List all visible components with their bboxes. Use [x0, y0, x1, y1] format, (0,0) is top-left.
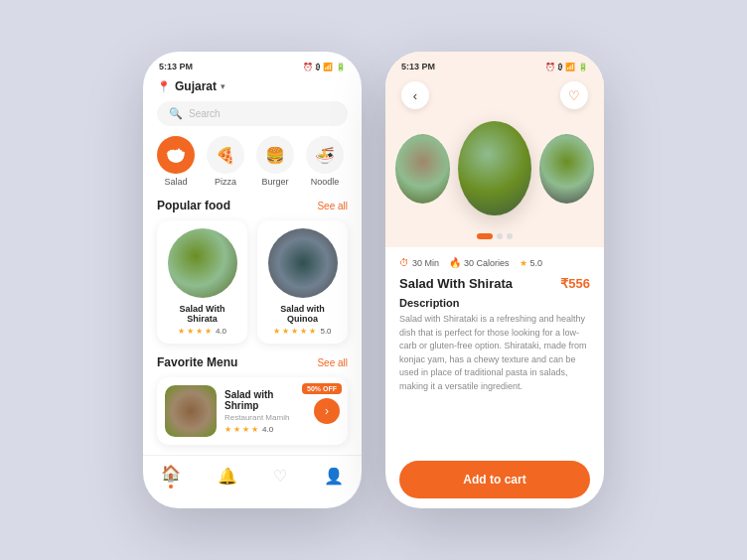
- shrimp-rating-num: 4.0: [262, 425, 273, 434]
- flame-icon: 🔥: [449, 257, 461, 268]
- dish-title-row: Salad With Shirata ₹556: [399, 276, 590, 291]
- add-to-cart-button[interactable]: Add to cart: [399, 461, 590, 498]
- left-time: 5:13 PM: [159, 62, 193, 71]
- category-noodle[interactable]: 🍜 Noodle: [306, 136, 344, 187]
- meta-row: ⏱ 30 Min 🔥 30 Calories ★ 5.0: [399, 257, 590, 268]
- quinoa-rating: ★ ★ ★ ★ ★ 5.0: [273, 327, 331, 336]
- time-label: 30 Min: [412, 258, 439, 268]
- noodle-emoji: 🍜: [315, 146, 335, 165]
- pizza-emoji: 🍕: [216, 146, 235, 165]
- burger-emoji: 🍔: [265, 146, 285, 165]
- sstar1: ★: [224, 425, 231, 434]
- food-images-row: [385, 117, 604, 227]
- calories-label: 30 Calories: [464, 258, 510, 268]
- category-pizza[interactable]: 🍕 Pizza: [207, 136, 244, 187]
- rating-meta: ★ 5.0: [520, 258, 543, 268]
- calories-meta: 🔥 30 Calories: [449, 257, 510, 268]
- shrimp-rating: ★ ★ ★ ★ 4.0: [224, 425, 306, 434]
- home-icon: 🏠: [161, 464, 181, 483]
- nav-home[interactable]: 🏠: [161, 464, 181, 489]
- bell-icon: 🔔: [218, 467, 237, 486]
- category-burger[interactable]: 🍔 Burger: [256, 136, 294, 187]
- shirata-rating: ★ ★ ★ ★ 4.0: [178, 327, 226, 336]
- pizza-icon-wrap: 🍕: [207, 136, 244, 174]
- dot-1: [477, 233, 493, 239]
- favorite-item-shrimp[interactable]: 50% OFF Salad with Shrimp Restaurant Mam…: [157, 377, 348, 445]
- salad-label: Salad: [164, 177, 187, 187]
- sstar2: ★: [233, 425, 240, 434]
- left-status-icons: ⏰₿📶🔋: [303, 63, 346, 71]
- burger-label: Burger: [261, 177, 288, 187]
- burger-icon-wrap: 🍔: [256, 136, 294, 174]
- qstar5: ★: [309, 327, 316, 336]
- salad-emoji: 🥗: [166, 146, 186, 165]
- main-bowl: [458, 121, 531, 215]
- search-bar[interactable]: 🔍 Search: [157, 101, 348, 126]
- quinoa-image: [268, 228, 338, 298]
- bottom-nav: 🏠 🔔 ♡ 👤: [143, 455, 362, 498]
- popular-card-quinoa[interactable]: Salad with Quinoa ★ ★ ★ ★ ★ 5.0: [257, 220, 348, 344]
- clock-icon: ⏱: [399, 257, 409, 268]
- popular-section-header: Popular food See all: [157, 199, 348, 212]
- nav-profile[interactable]: 👤: [324, 467, 344, 486]
- user-icon: 👤: [324, 467, 344, 486]
- back-button[interactable]: ‹: [401, 81, 429, 109]
- popular-grid: Salad With Shirata ★ ★ ★ ★ 4.0 Salad wit…: [157, 220, 348, 344]
- left-status-bar: 5:13 PM ⏰₿📶🔋: [143, 52, 362, 75]
- description-text: Salad with Shirataki is a refreshing and…: [399, 313, 590, 393]
- shrimp-restaurant: Restaurant Mamih: [224, 413, 306, 422]
- dot-indicators: [385, 227, 604, 247]
- star-icon: ★: [520, 258, 527, 268]
- search-placeholder: Search: [189, 108, 221, 119]
- fav-arrow-button[interactable]: ›: [314, 398, 340, 424]
- pizza-label: Pizza: [215, 177, 236, 187]
- nav-favorites[interactable]: ♡: [273, 467, 287, 486]
- favorite-section-header: Favorite Menu See all: [157, 355, 348, 369]
- category-salad[interactable]: 🥗 Salad: [157, 136, 195, 187]
- right-top-bar: ‹ ♡: [385, 75, 604, 117]
- popular-title: Popular food: [157, 199, 230, 212]
- quinoa-rating-num: 5.0: [320, 327, 331, 336]
- dot-2: [497, 233, 503, 239]
- back-icon: ‹: [413, 88, 417, 103]
- left-phone: 5:13 PM ⏰₿📶🔋 📍 Gujarat ▾ 🔍 Search: [143, 52, 362, 508]
- dot-3: [507, 233, 513, 239]
- popular-card-shirata[interactable]: Salad With Shirata ★ ★ ★ ★ 4.0: [157, 220, 247, 344]
- sstar4: ★: [251, 425, 258, 434]
- salad-icon-wrap: 🥗: [157, 136, 195, 174]
- heart-button[interactable]: ♡: [560, 81, 588, 109]
- shirata-rating-num: 4.0: [216, 327, 226, 336]
- right-body: ⏱ 30 Min 🔥 30 Calories ★ 5.0 Salad With …: [385, 247, 604, 451]
- qstar4: ★: [300, 327, 307, 336]
- favorite-title: Favorite Menu: [157, 355, 237, 369]
- chevron-down-icon: ▾: [221, 81, 225, 91]
- time-meta: ⏱ 30 Min: [399, 257, 439, 268]
- location-pin-icon: 📍: [157, 80, 171, 93]
- qstar2: ★: [282, 327, 289, 336]
- description-title: Description: [399, 297, 590, 309]
- side-bowl-1: [395, 134, 450, 204]
- right-status-bar: 5:13 PM ⏰₿📶🔋: [385, 52, 604, 75]
- quinoa-name: Salad with Quinoa: [265, 304, 340, 324]
- location-bar[interactable]: 📍 Gujarat ▾: [157, 75, 348, 101]
- location-label: Gujarat: [175, 79, 217, 93]
- noodle-label: Noodle: [311, 177, 340, 187]
- dish-price: ₹556: [560, 276, 590, 291]
- star4: ★: [205, 327, 212, 336]
- rating-label: 5.0: [530, 258, 543, 268]
- right-status-icons: ⏰₿📶🔋: [545, 63, 588, 71]
- dish-title: Salad With Shirata: [399, 276, 513, 291]
- search-icon: 🔍: [169, 107, 183, 120]
- active-dot: [169, 485, 173, 489]
- shrimp-info: Salad with Shrimp Restaurant Mamih ★ ★ ★…: [224, 389, 306, 434]
- qstar3: ★: [291, 327, 298, 336]
- popular-see-all[interactable]: See all: [317, 201, 348, 211]
- shrimp-image: [165, 385, 217, 437]
- star3: ★: [196, 327, 203, 336]
- nav-notifications[interactable]: 🔔: [218, 467, 237, 486]
- sstar3: ★: [242, 425, 249, 434]
- favorite-see-all[interactable]: See all: [317, 357, 348, 368]
- heart-icon: ♡: [273, 467, 287, 486]
- category-list: 🥗 Salad 🍕 Pizza 🍔 Burger: [157, 136, 348, 187]
- star2: ★: [187, 327, 194, 336]
